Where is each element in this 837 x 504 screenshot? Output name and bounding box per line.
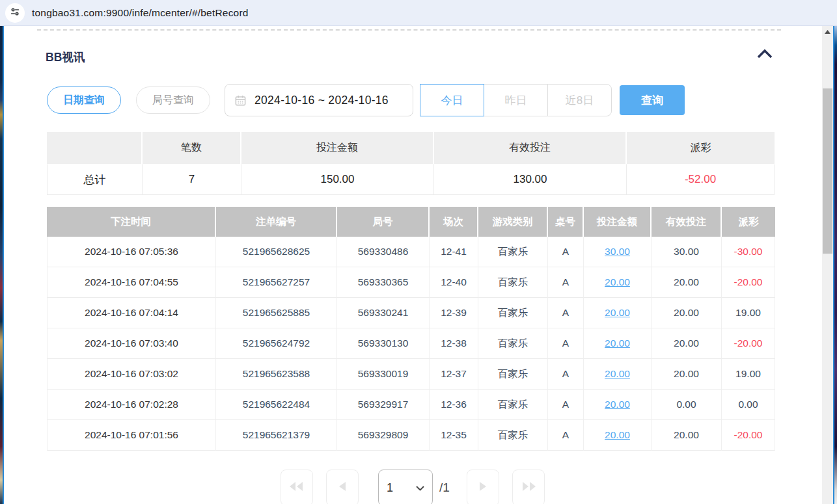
summary-table: 笔数 投注金额 有效投注 派彩 总计 7 150.00 130.00 -52.0… <box>47 132 775 195</box>
cell-valid-bet: 20.00 <box>652 328 722 359</box>
cell-table-no: A <box>548 237 584 267</box>
yesterday-button[interactable]: 昨日 <box>484 84 548 116</box>
table-row: 2024-10-16 07:05:36 521965628625 5693304… <box>47 237 775 267</box>
table-row: 2024-10-16 07:04:55 521965627257 5693303… <box>47 267 775 298</box>
cell-bet-id: 521965628625 <box>216 237 337 267</box>
cell-bet-time: 2024-10-16 07:04:55 <box>47 267 216 298</box>
date-range-picker[interactable]: 2024-10-16 ~ 2024-10-16 <box>225 84 413 116</box>
summary-total-row: 总计 7 150.00 130.00 -52.00 <box>47 164 775 195</box>
search-button[interactable]: 查询 <box>620 85 685 115</box>
summary-header-empty <box>47 132 143 164</box>
cell-bet-id: 521965623588 <box>216 359 337 390</box>
browser-address-bar[interactable]: tongbao31.com:9900/infe/mcenter/#/betRec… <box>0 0 837 26</box>
cell-bet-amount-link[interactable]: 20.00 <box>584 298 652 328</box>
cell-bet-amount-link[interactable]: 30.00 <box>584 237 652 267</box>
cell-bet-amount-link[interactable]: 20.00 <box>584 359 652 390</box>
cell-valid-bet: 30.00 <box>652 237 722 267</box>
cell-table-no: A <box>548 420 584 451</box>
previous-page-button[interactable] <box>326 470 359 504</box>
first-page-button[interactable] <box>281 470 313 504</box>
header-bet-id: 注单编号 <box>216 207 337 237</box>
cell-valid-bet: 0.00 <box>652 390 722 420</box>
background-strip-right <box>834 26 837 504</box>
cell-bet-time: 2024-10-16 07:04:14 <box>47 298 216 328</box>
cell-bet-time: 2024-10-16 07:05:36 <box>47 237 216 267</box>
right-arrow-icon <box>479 482 486 494</box>
cell-session: 12-36 <box>430 390 478 420</box>
table-row: 2024-10-16 07:03:02 521965623588 5693300… <box>47 359 775 390</box>
date-query-tab[interactable]: 日期查询 <box>47 86 121 114</box>
cell-game-type: 百家乐 <box>478 328 548 359</box>
last-page-button[interactable] <box>512 470 545 504</box>
cell-table-no: A <box>548 267 584 298</box>
cell-round-id: 569329917 <box>337 390 430 420</box>
pagination: 1 /1 <box>4 470 821 504</box>
collapse-section-button[interactable] <box>755 47 775 63</box>
cell-bet-id: 521965625885 <box>216 298 337 328</box>
round-query-tab[interactable]: 局号查询 <box>136 86 210 114</box>
cell-payout: 19.00 <box>722 359 775 390</box>
cell-bet-time: 2024-10-16 07:03:40 <box>47 328 216 359</box>
cell-table-no: A <box>548 390 584 420</box>
cell-table-no: A <box>548 359 584 390</box>
summary-header-bet-amount: 投注金额 <box>241 132 434 164</box>
url-text[interactable]: tongbao31.com:9900/infe/mcenter/#/betRec… <box>32 7 249 19</box>
page-total-label: /1 <box>439 481 450 495</box>
cell-bet-time: 2024-10-16 07:01:56 <box>47 420 216 451</box>
cell-valid-bet: 20.00 <box>652 267 722 298</box>
cell-round-id: 569330486 <box>337 237 430 267</box>
page-select[interactable]: 1 <box>378 470 433 504</box>
cell-valid-bet: 20.00 <box>652 359 722 390</box>
next-page-button[interactable] <box>467 470 499 504</box>
summary-payout-value: -52.00 <box>627 164 775 195</box>
cell-bet-amount-link[interactable]: 20.00 <box>584 328 652 359</box>
filter-toolbar: 日期查询 局号查询 2024-10-16 ~ 2024-10-16 今日 昨日 … <box>47 83 685 117</box>
scrollbar-thumb[interactable] <box>823 88 832 254</box>
cell-bet-amount-link[interactable]: 20.00 <box>584 390 652 420</box>
cell-round-id: 569330365 <box>337 267 430 298</box>
date-range-value: 2024-10-16 ~ 2024-10-16 <box>254 94 389 107</box>
site-settings-button[interactable] <box>5 3 25 23</box>
chevron-down-icon <box>416 482 424 494</box>
table-row: 2024-10-16 07:03:40 521965624792 5693301… <box>47 328 775 359</box>
cell-game-type: 百家乐 <box>478 237 548 267</box>
cell-round-id: 569329809 <box>337 420 430 451</box>
cell-bet-id: 521965621379 <box>216 420 337 451</box>
cell-table-no: A <box>548 298 584 328</box>
scrollbar-up-arrow[interactable] <box>822 26 833 37</box>
cell-payout: 0.00 <box>722 390 775 420</box>
summary-count-value: 7 <box>143 164 241 195</box>
cell-session: 12-39 <box>430 298 478 328</box>
last8days-button[interactable]: 近8日 <box>547 84 612 116</box>
summary-valid-bet-value: 130.00 <box>434 164 627 195</box>
summary-total-label: 总计 <box>47 164 143 195</box>
dashed-divider <box>37 29 781 31</box>
header-game-type: 游戏类别 <box>478 207 548 237</box>
cell-round-id: 569330019 <box>337 359 430 390</box>
today-button[interactable]: 今日 <box>420 84 484 116</box>
browser-scrollbar[interactable] <box>822 26 833 504</box>
double-left-arrow-icon <box>290 482 304 494</box>
cell-session: 12-41 <box>430 237 478 267</box>
header-bet-amount: 投注金额 <box>584 207 652 237</box>
cell-payout: -20.00 <box>722 267 775 298</box>
tune-icon <box>10 7 20 20</box>
header-payout: 派彩 <box>722 207 775 237</box>
bet-record-table: 下注时间 注单编号 局号 场次 游戏类别 桌号 投注金额 有效投注 派彩 202… <box>47 207 775 451</box>
chevron-up-icon <box>756 48 773 62</box>
cell-table-no: A <box>548 328 584 359</box>
left-arrow-icon <box>339 482 346 494</box>
cell-session: 12-37 <box>430 359 478 390</box>
cell-bet-time: 2024-10-16 07:03:02 <box>47 359 216 390</box>
cell-bet-amount-link[interactable]: 20.00 <box>584 267 652 298</box>
cell-bet-time: 2024-10-16 07:02:28 <box>47 390 216 420</box>
cell-game-type: 百家乐 <box>478 420 548 451</box>
header-valid-bet: 有效投注 <box>652 207 722 237</box>
cell-bet-id: 521965624792 <box>216 328 337 359</box>
header-round-id: 局号 <box>337 207 430 237</box>
cell-game-type: 百家乐 <box>478 298 548 328</box>
cell-bet-amount-link[interactable]: 20.00 <box>584 420 652 451</box>
quick-date-segmented-group: 今日 昨日 近8日 <box>420 84 612 116</box>
cell-game-type: 百家乐 <box>478 359 548 390</box>
cell-game-type: 百家乐 <box>478 390 548 420</box>
